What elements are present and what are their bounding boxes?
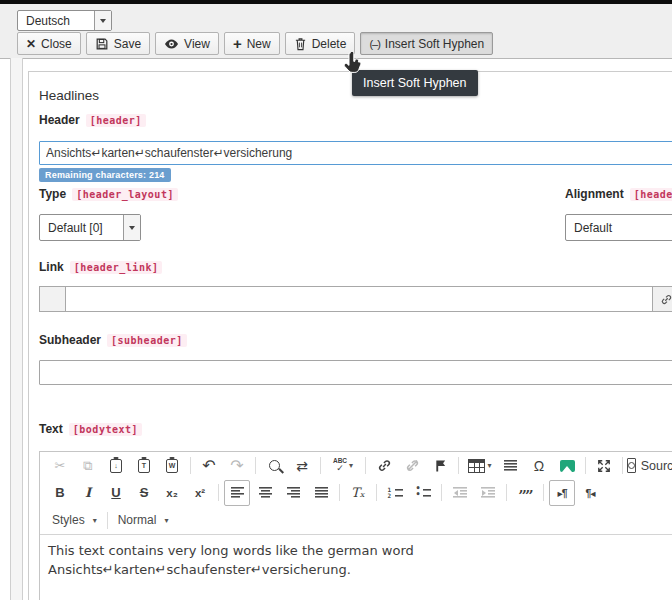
alignment-label-text: Alignment [565,187,624,201]
view-label: View [184,37,210,51]
align-right-icon [287,487,300,498]
link-browser-button[interactable] [653,286,672,312]
insert-link-button[interactable] [371,453,397,479]
superscript-button[interactable]: x² [187,480,213,506]
outdent-button[interactable] [447,480,473,506]
align-left-button[interactable] [224,480,250,506]
doc-header: Deutsch ✕ Close Save View + [0,4,672,59]
strikethrough-button[interactable]: S [131,480,157,506]
outdent-icon [453,487,467,498]
copy-button[interactable]: ⧉ [75,453,101,479]
indent-button[interactable] [475,480,501,506]
styles-dropdown[interactable]: Styles ▾ [46,508,103,532]
undo-button[interactable]: ↶ [196,453,222,479]
redo-button[interactable]: ↷ [224,453,250,479]
text-direction-ltr-button[interactable]: ▸¶ [549,480,575,506]
subheader-input[interactable] [39,360,672,385]
doc-toolbar: ✕ Close Save View + New [17,32,493,55]
format-dropdown[interactable]: Normal ▾ [112,508,175,532]
chevron-down-icon: ▾ [164,516,168,525]
chevron-down-icon: ▾ [93,516,97,525]
subheader-field-label: Subheader [subheader] [39,333,187,347]
type-label-text: Type [39,187,66,201]
unlink-button[interactable] [399,453,425,479]
maximize-button[interactable] [591,453,617,479]
alignment-code-label: [header_p [630,188,672,201]
bullet-list-button[interactable] [410,480,436,506]
subheader-label-text: Subheader [39,333,101,347]
italic-button[interactable]: I [75,480,101,506]
spellcheck-button[interactable]: ABC ✓ ▾ [326,453,360,479]
rte-toolbar-row-2: B I U S x₂ x² Tₓ ”” [40,479,672,506]
toolbar-separator [441,484,442,501]
paste-as-text-button[interactable]: T [131,453,157,479]
soft-hyphen-icon: (–) [369,38,379,50]
rte-content-area[interactable]: This text contains very long words like … [40,535,672,587]
copy-icon: ⧉ [83,458,92,474]
insert-image-button[interactable] [554,453,580,479]
type-code-label: [header_layout] [72,188,178,201]
type-select[interactable]: Default [0] [39,214,141,241]
align-right-button[interactable] [280,480,306,506]
save-button[interactable]: Save [86,32,150,55]
source-button[interactable]: Source [628,453,672,479]
link-input[interactable] [65,286,653,312]
ordered-list-button[interactable] [382,480,408,506]
toolbar-separator [365,457,366,474]
header-input[interactable] [39,141,672,165]
special-char-button[interactable]: Ω [526,453,552,479]
link-icon [377,458,392,473]
table-button[interactable]: ▾ [464,453,496,479]
content-element-form: Headlines Header [header] Remaining char… [28,71,672,600]
find-button[interactable] [261,453,287,479]
cut-button[interactable]: ✂ [47,453,73,479]
plus-icon: + [233,36,242,51]
alignment-field-label: Alignment [header_p [565,187,672,201]
anchor-button[interactable] [427,453,453,479]
toolbar-separator [339,484,340,501]
paste-text-icon: T [138,459,150,473]
chevron-down-icon: ▾ [487,461,491,470]
remove-format-icon: Tₓ [351,485,365,500]
link-field-group [39,286,672,312]
toolbar-separator [190,457,191,474]
view-button[interactable]: View [155,32,219,55]
horizontal-rule-icon [504,460,519,471]
paste-icon: ↓ [110,459,122,473]
bold-icon: B [55,485,64,500]
close-label: Close [41,37,72,51]
insert-soft-hyphen-button[interactable]: (–) Insert Soft Hyphen [360,32,493,55]
subscript-button[interactable]: x₂ [159,480,185,506]
bullet-list-icon [416,487,431,499]
eye-icon [164,38,179,50]
indent-icon [481,487,495,498]
remove-format-button[interactable]: Tₓ [345,480,371,506]
language-select[interactable]: Deutsch [17,10,112,31]
align-center-button[interactable] [252,480,278,506]
align-justify-button[interactable] [308,480,334,506]
search-icon [269,460,280,471]
blockquote-icon: ”” [518,486,531,500]
align-justify-icon [315,487,328,498]
close-button[interactable]: ✕ Close [17,32,81,55]
paste-from-word-button[interactable]: W [159,453,185,479]
alignment-select[interactable]: Default [565,214,672,241]
bold-button[interactable]: B [47,480,73,506]
underline-button[interactable]: U [103,480,129,506]
paste-button[interactable]: ↓ [103,453,129,479]
toolbar-separator [255,457,256,474]
text-direction-rtl-button[interactable]: ¶◂ [577,480,603,506]
blockquote-button[interactable]: ”” [512,480,538,506]
replace-button[interactable]: ⇄ [289,453,315,479]
unlink-icon [405,458,420,473]
new-button[interactable]: + New [224,32,280,55]
horizontal-rule-button[interactable] [498,453,524,479]
insert-soft-hyphen-tooltip: Insert Soft Hyphen [352,70,478,96]
toolbar-separator [376,484,377,501]
toolbar-separator [622,457,623,474]
styles-dropdown-label: Styles [52,513,85,527]
bodytext-label-text: Text [39,422,63,436]
image-icon [560,460,575,472]
toolbar-separator [218,484,219,501]
alignment-select-value: Default [566,215,672,240]
